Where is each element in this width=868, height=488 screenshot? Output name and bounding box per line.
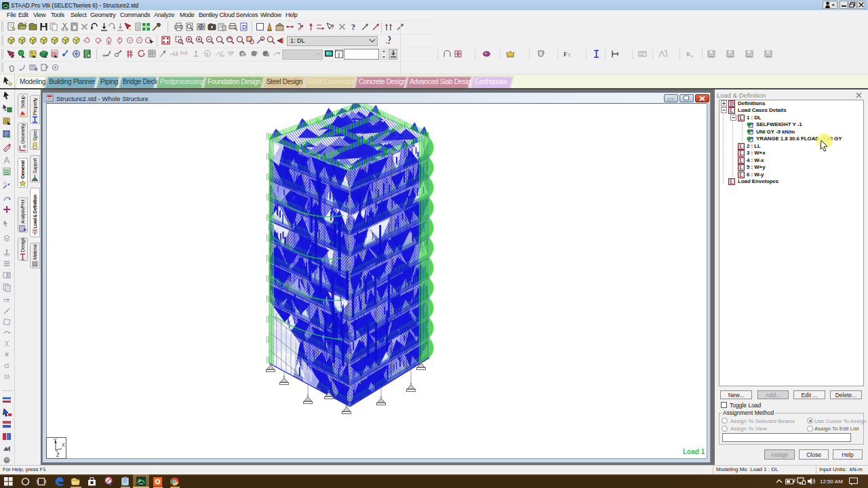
svg-text:S: S [4, 373, 8, 380]
svg-text:Z: Z [56, 453, 60, 458]
svg-text:L: L [740, 172, 743, 178]
svg-text:L: L [730, 108, 734, 114]
svg-text:Hz: Hz [228, 50, 233, 55]
svg-text:L: L [740, 150, 743, 157]
svg-text:R: R [686, 51, 690, 58]
svg-text:Fw: Fw [220, 54, 224, 58]
svg-text:?: ? [568, 53, 570, 58]
svg-text:L: L [740, 144, 743, 150]
svg-text:L: L [740, 165, 743, 171]
svg-text:L: L [730, 179, 734, 185]
svg-text:Fn: Fn [180, 51, 186, 56]
svg-text:L: L [740, 115, 743, 121]
svg-text:D: D [730, 101, 734, 107]
svg-text:Y: Y [54, 438, 57, 443]
svg-text:L: L [740, 158, 743, 164]
svg-text:F: F [174, 53, 176, 57]
svg-text:e: e [206, 52, 209, 56]
svg-text:X: X [62, 443, 65, 447]
svg-text:?: ? [351, 22, 355, 32]
svg-text:D: D [242, 24, 247, 30]
